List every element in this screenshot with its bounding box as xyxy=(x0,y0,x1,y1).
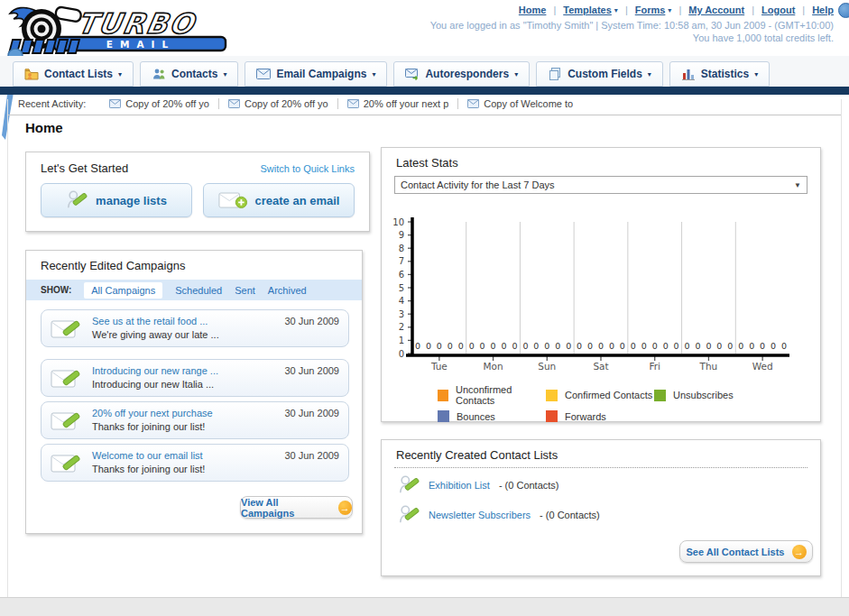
svg-text:0: 0 xyxy=(760,341,765,351)
svg-text:0: 0 xyxy=(458,341,464,351)
svg-text:0: 0 xyxy=(501,341,506,351)
legend-label: Unsubscribes xyxy=(673,390,734,400)
legend-item: Confirmed Contacts xyxy=(546,384,654,406)
svg-text:0: 0 xyxy=(738,341,743,351)
see-all-contact-lists-label: See All Contact Lists xyxy=(686,547,784,557)
chevron-down-icon: ▾ xyxy=(648,70,651,78)
campaign-card[interactable]: See us at the retail food ... We're givi… xyxy=(41,309,349,347)
legend-item: Unconfirmed Contacts xyxy=(438,384,546,406)
recent-activity-item[interactable]: Copy of 20% off yo xyxy=(219,98,338,109)
login-status-text: You are logged in as "Timothy Smith" | S… xyxy=(430,20,834,31)
header-link-forms[interactable]: Forms▾ xyxy=(618,5,672,15)
latest-stats-panel: Latest Stats Contact Activity for the La… xyxy=(381,147,821,422)
legend-label: Forwards xyxy=(565,411,606,422)
get-started-panel: Let's Get Started Switch to Quick Links … xyxy=(25,152,370,232)
view-all-campaigns-button[interactable]: View All Campaigns → xyxy=(240,496,353,519)
page: TURBO EMAIL Home Templates▾ Forms▾ My Ac… xyxy=(0,0,849,616)
tab-statistics[interactable]: Statistics ▾ xyxy=(669,61,770,87)
switch-quick-links-link[interactable]: Switch to Quick Links xyxy=(260,163,355,174)
stats-select[interactable]: Contact Activity for the Last 7 Days ▼ xyxy=(394,176,807,194)
svg-text:6: 6 xyxy=(399,270,404,280)
header-link-help[interactable]: Help xyxy=(795,5,834,15)
tab-label: Contact Lists xyxy=(44,68,113,80)
recent-activity-item[interactable]: 20% off your next p xyxy=(338,98,459,109)
tab-label: Custom Fields xyxy=(568,68,642,80)
svg-text:10: 10 xyxy=(392,217,404,227)
person-pencil-icon xyxy=(398,474,420,496)
campaign-title-link[interactable]: 20% off your next purchase xyxy=(92,408,213,418)
contact-list-link[interactable]: Exhibition List xyxy=(429,480,490,491)
recent-activity-item[interactable]: Copy of 20% off yo xyxy=(100,98,219,109)
svg-text:0: 0 xyxy=(781,341,787,351)
campaign-title-link[interactable]: Welcome to our email list xyxy=(92,450,203,461)
header-link-logout[interactable]: Logout xyxy=(744,5,795,15)
manage-lists-button[interactable]: manage lists xyxy=(41,183,192,217)
autoresponders-icon xyxy=(405,69,420,80)
svg-text:0: 0 xyxy=(674,341,679,351)
campaign-title-link[interactable]: See us at the retail food ... xyxy=(92,316,208,326)
header-link-home[interactable]: Home xyxy=(519,5,547,15)
svg-text:8: 8 xyxy=(399,244,404,253)
chevron-down-icon: ▾ xyxy=(754,70,758,78)
recent-activity-item[interactable]: Copy of Welcome to xyxy=(458,98,582,109)
legend-swatch-unsubscribes xyxy=(654,390,666,401)
decorative-dot-icon xyxy=(838,3,849,18)
tab-contacts[interactable]: Contacts ▾ xyxy=(140,61,238,87)
contact-list-count: - (0 Contacts) xyxy=(499,480,559,491)
turbo-logo-graphic: TURBO EMAIL xyxy=(5,4,247,56)
credits-text: You have 1,000 total credits left. xyxy=(693,32,834,43)
campaign-date: 30 Jun 2009 xyxy=(284,365,339,376)
svg-text:0: 0 xyxy=(555,341,560,351)
campaign-subtitle: Introducing our new Italia ... xyxy=(92,379,214,390)
svg-text:0: 0 xyxy=(426,341,431,351)
svg-text:0: 0 xyxy=(437,341,442,351)
campaign-title-link[interactable]: Introducing our new range ... xyxy=(92,365,218,376)
svg-text:0: 0 xyxy=(663,341,669,351)
filter-all-campaigns[interactable]: All Campaigns xyxy=(84,282,162,299)
contact-list-link[interactable]: Newsletter Subscribers xyxy=(429,510,531,520)
svg-text:0: 0 xyxy=(620,341,625,351)
see-all-contact-lists-button[interactable]: See All Contact Lists → xyxy=(679,540,813,563)
contact-activity-chart: 01234567891000000Tue00000Mon00000Sun0000… xyxy=(376,213,800,377)
contact-list-item[interactable]: Exhibition List - (0 Contacts) xyxy=(382,468,820,498)
svg-text:0: 0 xyxy=(480,341,485,351)
page-footer-strip xyxy=(0,597,849,616)
filter-sent[interactable]: Sent xyxy=(235,285,255,296)
svg-text:4: 4 xyxy=(399,296,404,306)
campaigns-title: Recently Edited Campaigns xyxy=(26,251,362,280)
filter-scheduled[interactable]: Scheduled xyxy=(175,285,222,296)
svg-text:Wed: Wed xyxy=(752,361,773,372)
svg-text:Tue: Tue xyxy=(430,361,448,372)
contact-lists-icon xyxy=(24,68,39,80)
envelope-icon xyxy=(347,99,359,108)
contact-list-item[interactable]: Newsletter Subscribers - (0 Contacts) xyxy=(382,498,820,528)
tab-label: Autoresponders xyxy=(425,68,509,80)
svg-text:0: 0 xyxy=(631,341,636,351)
create-email-button[interactable]: create an email xyxy=(203,183,355,217)
content-left-border xyxy=(7,99,8,598)
tab-autoresponders[interactable]: Autoresponders ▾ xyxy=(393,61,530,87)
tab-custom-fields[interactable]: Custom Fields ▾ xyxy=(536,61,663,87)
content-right-border xyxy=(841,99,842,598)
legend-swatch-bounces xyxy=(438,410,449,422)
contact-list-count: - (0 Contacts) xyxy=(540,510,600,520)
header-link-templates[interactable]: Templates▾ xyxy=(546,5,617,15)
tab-email-campaigns[interactable]: Email Campaigns ▾ xyxy=(245,61,387,87)
svg-text:5: 5 xyxy=(399,283,404,293)
header-link-my-account[interactable]: My Account xyxy=(671,5,744,15)
view-all-campaigns-label: View All Campaigns xyxy=(241,497,331,519)
tab-contact-lists[interactable]: Contact Lists ▾ xyxy=(13,61,134,87)
svg-text:0: 0 xyxy=(716,341,722,351)
filter-archived[interactable]: Archived xyxy=(268,285,307,296)
svg-text:0: 0 xyxy=(491,341,496,351)
campaign-card[interactable]: Welcome to our email list Thanks for joi… xyxy=(41,444,349,482)
svg-text:0: 0 xyxy=(544,341,549,351)
legend-item: Forwards xyxy=(546,410,654,422)
legend-label: Unconfirmed Contacts xyxy=(456,384,546,406)
svg-text:9: 9 xyxy=(399,230,404,240)
svg-text:0: 0 xyxy=(609,341,614,351)
svg-text:0: 0 xyxy=(706,341,711,351)
header-links: Home Templates▾ Forms▾ My Account Logout… xyxy=(519,5,834,15)
campaign-card[interactable]: 20% off your next purchase Thanks for jo… xyxy=(41,401,349,439)
campaign-card[interactable]: Introducing our new range ... Introducin… xyxy=(41,359,349,397)
